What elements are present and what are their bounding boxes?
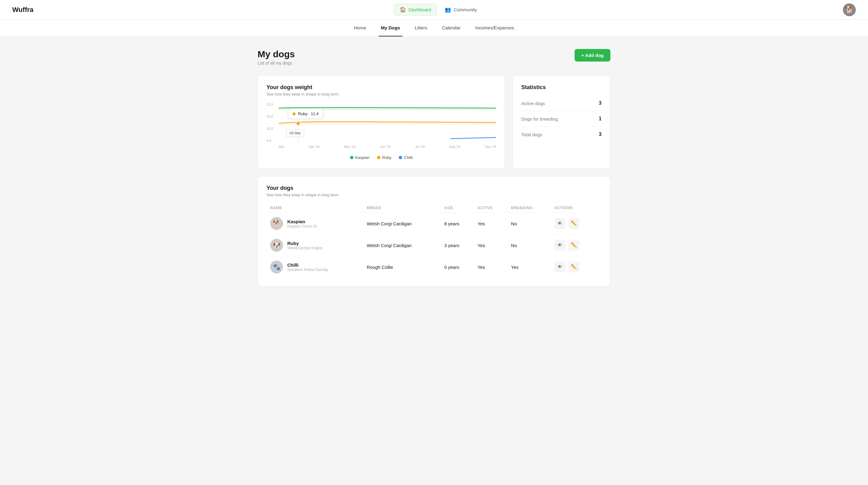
legend-kaspian: Kaspian — [350, 155, 370, 160]
chart-svg-area: Ruby: 11.4 08 Mar — [279, 103, 496, 143]
subnav-calendar[interactable]: Calendar — [439, 20, 463, 36]
ruby-dot — [377, 156, 380, 159]
app-logo: Wuffra — [12, 6, 33, 14]
user-avatar[interactable]: 🐕 — [843, 3, 856, 16]
subnav-my-dogs[interactable]: My Dogs — [378, 20, 403, 36]
cell-breeding-1: No — [507, 234, 551, 256]
sub-nav: Home My Dogs Litters Calendar Incomes/Ex… — [0, 20, 868, 37]
legend-chilli: Chilli — [399, 155, 412, 160]
page-header-text: My dogs List of all my dogs. — [257, 49, 295, 66]
header: Wuffra 🏠 Dashboard 👥 Community 🐕 — [0, 0, 868, 20]
dog-avatar-0: 🐕 — [270, 217, 283, 230]
subnav-home[interactable]: Home — [351, 20, 369, 36]
dashboard-nav-btn[interactable]: 🏠 Dashboard — [394, 4, 437, 15]
tooltip-value: 11.4 — [311, 111, 318, 116]
col-actions: ACTIONS — [551, 203, 601, 213]
chart-legend: Kaspian Ruby Chilli — [267, 155, 496, 160]
community-icon: 👥 — [445, 6, 451, 13]
dog-pedigree-0: Kaspian Corlan Gi — [287, 224, 317, 228]
page-subtitle: List of all my dogs. — [257, 61, 295, 66]
main-content: My dogs List of all my dogs. + Add dog Y… — [250, 37, 618, 299]
dogs-table-title: Your dogs — [267, 185, 601, 191]
cell-breed-0: Welsh Corgi Cardigan — [363, 213, 441, 234]
dogs-table-card: Your dogs See how they keep in shape in … — [257, 176, 611, 287]
page-title: My dogs — [257, 49, 295, 59]
edit-dog-button-0[interactable]: ✏️ — [568, 218, 580, 229]
chart-container: 22.0 16.0 10.0 4.0 Ruby: 11.4 — [267, 103, 496, 152]
statistics-card: Statistics Active dogs 3 Dogs for breedi… — [513, 75, 611, 169]
cell-age-0: 8 years — [441, 213, 474, 234]
cards-row: Your dogs weight See how they keep in sh… — [257, 75, 611, 169]
dog-pedigree-1: Vihola Gordist Krajiny — [287, 246, 322, 250]
table-row: 🐾 Chilli Sneakers Fellow Eternity Rough … — [267, 256, 601, 278]
cell-breeding-2: Yes — [507, 256, 551, 278]
home-icon: 🏠 — [400, 6, 406, 13]
table-header-row: NAME BREED AGE ACTIVE BREEDING ACTIONS — [267, 203, 601, 213]
stats-rows: Active dogs 3 Dogs for breeding 1 Total … — [521, 96, 601, 142]
dog-name-0: Kaspian — [287, 219, 317, 224]
cell-active-0: Yes — [474, 213, 507, 234]
community-nav-btn[interactable]: 👥 Community — [439, 4, 483, 15]
cell-breed-2: Rough Collie — [363, 256, 441, 278]
chart-x-labels: Mar Apr '24 May '24 Jun '24 Jul '24 Aug … — [279, 145, 496, 149]
tooltip-dot — [292, 112, 296, 116]
dog-avatar-2: 🐾 — [270, 261, 283, 273]
chilli-dot — [399, 156, 402, 159]
cell-active-2: Yes — [474, 256, 507, 278]
stat-breeding-dogs: Dogs for breeding 1 — [521, 111, 601, 127]
chart-y-labels: 22.0 16.0 10.0 4.0 — [267, 103, 273, 142]
cell-name-0: 🐕 Kaspian Kaspian Corlan Gi — [267, 213, 363, 234]
add-dog-button[interactable]: + Add dog — [575, 49, 611, 62]
kaspian-dot — [350, 156, 353, 159]
weight-chart-card: Your dogs weight See how they keep in sh… — [257, 75, 505, 169]
dog-name-1: Ruby — [287, 241, 322, 246]
header-right: 🐕 — [843, 3, 856, 16]
cell-active-1: Yes — [474, 234, 507, 256]
view-dog-button-0[interactable]: 👁 — [554, 218, 565, 229]
view-dog-button-2[interactable]: 👁 — [554, 261, 565, 272]
dog-pedigree-2: Sneakers Fellow Eternity — [287, 268, 328, 272]
legend-ruby: Ruby — [377, 155, 392, 160]
chart-date-marker: 08 Mar — [286, 130, 304, 137]
dogs-table-subtitle: See how they keep in shape in long term. — [267, 193, 601, 197]
page-header: My dogs List of all my dogs. + Add dog — [257, 49, 611, 66]
header-nav: 🏠 Dashboard 👥 Community — [394, 4, 483, 15]
edit-dog-button-1[interactable]: ✏️ — [568, 240, 580, 251]
table-row: 🐕 Kaspian Kaspian Corlan Gi Welsh Corgi … — [267, 213, 601, 234]
stat-active-dogs: Active dogs 3 — [521, 96, 601, 111]
table-row: 🐶 Ruby Vihola Gordist Krajiny Welsh Corg… — [267, 234, 601, 256]
subnav-incomes[interactable]: Incomes/Expanses — [473, 20, 517, 36]
col-name: NAME — [267, 203, 363, 213]
col-active: ACTIVE — [474, 203, 507, 213]
cell-actions-0: 👁 ✏️ — [551, 213, 601, 234]
cell-actions-1: 👁 ✏️ — [551, 234, 601, 256]
chart-title: Your dogs weight — [267, 84, 496, 91]
dog-name-2: Chilli — [287, 262, 328, 268]
dogs-table: NAME BREED AGE ACTIVE BREEDING ACTIONS 🐕… — [267, 203, 601, 278]
col-breed: BREED — [363, 203, 441, 213]
dog-avatar-1: 🐶 — [270, 239, 283, 252]
tooltip-dog: Ruby: — [298, 111, 308, 116]
cell-name-1: 🐶 Ruby Vihola Gordist Krajiny — [267, 234, 363, 256]
stat-total-dogs: Total dogs 3 — [521, 127, 601, 142]
view-dog-button-1[interactable]: 👁 — [554, 240, 565, 251]
subnav-litters[interactable]: Litters — [412, 20, 430, 36]
col-age: AGE — [441, 203, 474, 213]
col-breeding: BREEDING — [507, 203, 551, 213]
cell-age-1: 3 years — [441, 234, 474, 256]
cell-breeding-0: No — [507, 213, 551, 234]
chart-tooltip: Ruby: 11.4 — [288, 109, 323, 119]
cell-age-2: 0 years — [441, 256, 474, 278]
edit-dog-button-2[interactable]: ✏️ — [568, 261, 580, 272]
cell-name-2: 🐾 Chilli Sneakers Fellow Eternity — [267, 256, 363, 278]
stats-title: Statistics — [521, 84, 601, 91]
chart-subtitle: See how they keep in shape in long term. — [267, 92, 496, 96]
cell-actions-2: 👁 ✏️ — [551, 256, 601, 278]
cell-breed-1: Welsh Corgi Cardigan — [363, 234, 441, 256]
